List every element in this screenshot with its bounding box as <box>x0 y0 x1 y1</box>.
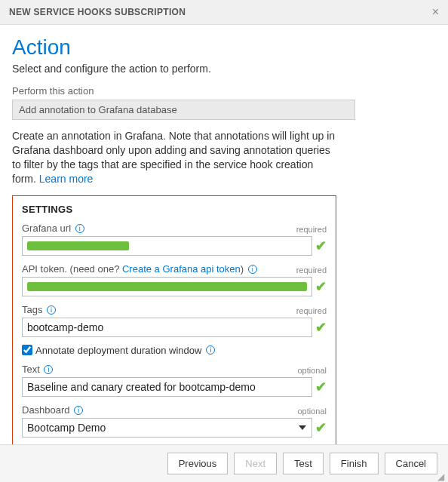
api-token-input[interactable] <box>22 277 312 296</box>
info-icon[interactable]: i <box>44 365 53 374</box>
dialog-title: NEW SERVICE HOOKS SUBSCRIPTION <box>9 7 186 17</box>
checkmark-icon: ✔ <box>315 280 327 293</box>
required-badge: required <box>296 306 327 315</box>
info-icon[interactable]: i <box>75 224 84 233</box>
dashboard-select[interactable]: Bootcamp Demo <box>22 418 312 437</box>
tags-input[interactable] <box>22 318 312 337</box>
field-dashboard: Dashboard i optional Bootcamp Demo ✔ <box>22 404 327 437</box>
api-token-label: API token. (need one? Create a Grafana a… <box>22 263 257 275</box>
next-button: Next <box>234 453 277 474</box>
resize-grip-icon[interactable]: ◢ <box>437 471 446 480</box>
dialog-content: Action Select and configure the action t… <box>0 25 448 444</box>
field-api-token: API token. (need one? Create a Grafana a… <box>22 263 327 296</box>
page-heading: Action <box>12 35 436 60</box>
perform-action-label: Perform this action <box>12 85 436 97</box>
create-api-token-link[interactable]: Create a Grafana api token <box>122 263 241 275</box>
annotate-duration-label: Annotate deployment duration window <box>35 345 201 356</box>
tags-label: Tags i <box>22 304 56 315</box>
settings-title: SETTINGS <box>22 204 327 215</box>
text-input[interactable] <box>22 377 312 397</box>
checkmark-icon: ✔ <box>315 421 327 434</box>
previous-button[interactable]: Previous <box>167 453 229 474</box>
close-icon[interactable]: × <box>432 6 439 18</box>
redacted-value <box>27 282 307 291</box>
redacted-value <box>27 241 129 250</box>
info-icon[interactable]: i <box>47 305 56 315</box>
field-grafana-url: Grafana url i required ✔ <box>22 223 327 256</box>
checkmark-icon: ✔ <box>315 239 327 253</box>
cancel-button[interactable]: Cancel <box>385 453 437 474</box>
dashboard-label: Dashboard i <box>22 404 83 416</box>
grafana-url-label: Grafana url i <box>22 223 84 234</box>
info-icon[interactable]: i <box>206 345 215 355</box>
info-icon[interactable]: i <box>74 406 83 415</box>
page-subtitle: Select and configure the action to perfo… <box>12 63 436 75</box>
finish-button[interactable]: Finish <box>330 453 379 474</box>
action-description: Create an annotation in Grafana. Note th… <box>12 129 336 186</box>
learn-more-link[interactable]: Learn more <box>39 173 94 185</box>
test-button[interactable]: Test <box>283 453 324 474</box>
annotate-duration-row: Annotate deployment duration window i <box>22 345 327 356</box>
field-text: Text i optional ✔ <box>22 364 327 397</box>
info-icon[interactable]: i <box>248 265 257 274</box>
required-badge: required <box>296 266 327 275</box>
optional-badge: optional <box>297 407 327 416</box>
field-tags: Tags i required ✔ <box>22 304 327 337</box>
text-label: Text i <box>22 364 53 375</box>
perform-action-select[interactable]: Add annotation to Grafana database <box>12 100 355 120</box>
grafana-url-input[interactable] <box>22 236 312 256</box>
checkmark-icon: ✔ <box>315 321 327 334</box>
required-badge: required <box>296 225 327 234</box>
settings-panel: SETTINGS Grafana url i required ✔ AP <box>12 195 336 444</box>
dialog-footer: Previous Next Test Finish Cancel ◢ <box>0 444 448 482</box>
dialog-titlebar: NEW SERVICE HOOKS SUBSCRIPTION × <box>0 0 448 25</box>
annotate-duration-checkbox[interactable] <box>22 345 32 355</box>
checkmark-icon: ✔ <box>315 380 327 394</box>
optional-badge: optional <box>297 366 327 375</box>
